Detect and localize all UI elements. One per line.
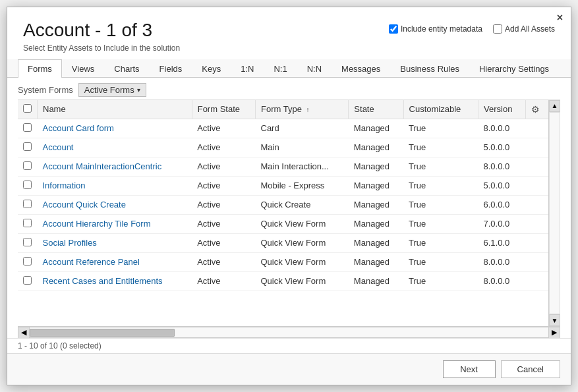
row-customizable-cell: True [403, 138, 478, 157]
row-form-type-cell: Quick Create [256, 195, 349, 214]
close-button[interactable]: × [557, 13, 563, 23]
add-all-assets-checkbox[interactable] [493, 24, 502, 34]
tab-forms[interactable]: Forms [18, 59, 62, 78]
tab-messages[interactable]: Messages [332, 59, 390, 78]
form-name-link[interactable]: Account Quick Create [43, 200, 126, 210]
row-checkbox-cell[interactable] [18, 214, 38, 233]
version-column-header[interactable]: Version [478, 100, 526, 119]
form-name-link[interactable]: Account Card form [43, 123, 114, 133]
tab-business-rules[interactable]: Business Rules [390, 59, 469, 78]
row-checkbox-cell[interactable] [18, 119, 38, 138]
tab-fields[interactable]: Fields [150, 59, 192, 78]
table-body: Account Card formActiveCardManagedTrue8.… [18, 119, 548, 291]
tab-hierarchy-settings[interactable]: Hierarchy Settings [469, 59, 559, 78]
form-name-link[interactable]: Account [43, 142, 74, 152]
row-checkbox[interactable] [23, 123, 32, 132]
row-form-state-cell: Active [192, 157, 255, 176]
row-name-cell: Information [38, 176, 192, 195]
row-checkbox[interactable] [23, 257, 32, 266]
row-gear-cell [525, 157, 548, 176]
form-name-link[interactable]: Account MainInteractionCentric [43, 161, 162, 171]
settings-column-header[interactable]: ⚙ [525, 100, 548, 119]
row-gear-cell [525, 138, 548, 157]
form-state-column-header[interactable]: Form State [192, 100, 255, 119]
add-all-assets-label[interactable]: Add All Assets [493, 24, 555, 34]
row-checkbox-cell[interactable] [18, 271, 38, 291]
tab-charts[interactable]: Charts [104, 59, 149, 78]
dialog-title: Account - 1 of 3 [23, 19, 389, 42]
row-checkbox-cell[interactable] [18, 138, 38, 157]
scroll-down-button[interactable]: ▼ [549, 314, 560, 326]
select-all-checkbox[interactable] [23, 104, 32, 113]
scroll-left-button[interactable]: ◀ [18, 327, 30, 339]
row-checkbox[interactable] [23, 161, 32, 170]
tab-keys[interactable]: Keys [192, 59, 231, 78]
horiz-scroll-thumb[interactable] [30, 329, 175, 337]
row-form-type-cell: Main [256, 138, 349, 157]
row-checkbox[interactable] [23, 238, 32, 246]
gear-icon[interactable]: ⚙ [531, 104, 540, 115]
row-checkbox-cell[interactable] [18, 233, 38, 252]
customizable-column-header[interactable]: Customizable [403, 100, 478, 119]
form-name-link[interactable]: Social Profiles [43, 238, 97, 248]
scroll-track[interactable] [549, 112, 560, 314]
row-checkbox-cell[interactable] [18, 157, 38, 176]
subheader-prefix: System Forms [18, 85, 73, 95]
table-scroll[interactable]: Name Form State Form Type ↑ State Custom… [18, 100, 548, 326]
row-customizable-cell: True [403, 176, 478, 195]
row-customizable-cell: True [403, 252, 478, 271]
row-checkbox-cell[interactable] [18, 195, 38, 214]
tabs-bar: Forms Views Charts Fields Keys 1:N N:1 N… [7, 59, 571, 78]
scroll-right-button[interactable]: ▶ [548, 327, 560, 339]
row-form-state-cell: Active [192, 138, 255, 157]
tab-n1[interactable]: N:1 [264, 59, 297, 78]
tab-1n[interactable]: 1:N [231, 59, 264, 78]
table-row: Account MainInteractionCentricActiveMain… [18, 157, 548, 176]
status-text: 1 - 10 of 10 (0 selected) [18, 341, 101, 350]
row-customizable-cell: True [403, 233, 478, 252]
row-gear-cell [525, 214, 548, 233]
form-name-link[interactable]: Account Hierarchy Tile Form [43, 219, 151, 229]
cancel-button[interactable]: Cancel [501, 360, 560, 378]
row-state-cell: Managed [349, 252, 403, 271]
row-customizable-cell: True [403, 195, 478, 214]
include-metadata-checkbox[interactable] [389, 24, 398, 34]
vertical-scrollbar[interactable]: ▲ ▼ [548, 100, 560, 326]
form-name-link[interactable]: Information [43, 181, 86, 190]
form-name-link[interactable]: Recent Cases and Entitlements [43, 276, 163, 286]
form-name-link[interactable]: Account Reference Panel [43, 257, 140, 267]
row-gear-cell [525, 233, 548, 252]
state-column-header[interactable]: State [349, 100, 403, 119]
row-checkbox[interactable] [23, 219, 32, 227]
chevron-down-icon: ▾ [137, 86, 140, 94]
row-name-cell: Account Hierarchy Tile Form [38, 214, 192, 233]
row-customizable-cell: True [403, 119, 478, 138]
tab-nn[interactable]: N:N [297, 59, 332, 78]
row-checkbox-cell[interactable] [18, 252, 38, 271]
row-form-state-cell: Active [192, 119, 255, 138]
main-dialog: × Account - 1 of 3 Select Entity Assets … [7, 7, 571, 385]
row-checkbox[interactable] [23, 276, 32, 285]
dialog-subtitle: Select Entity Assets to Include in the s… [23, 43, 389, 53]
form-type-column-header[interactable]: Form Type ↑ [256, 100, 349, 119]
row-checkbox-cell[interactable] [18, 176, 38, 195]
row-checkbox[interactable] [23, 200, 32, 208]
forms-table: Name Form State Form Type ↑ State Custom… [18, 100, 548, 291]
dialog-options: Include entity metadata Add All Assets [389, 24, 555, 34]
row-state-cell: Managed [349, 271, 403, 291]
check-all-header[interactable] [18, 100, 38, 119]
scroll-up-button[interactable]: ▲ [549, 100, 560, 112]
horiz-scroll-track[interactable] [30, 327, 548, 338]
subheader: System Forms Active Forms ▾ [7, 78, 571, 99]
include-metadata-label[interactable]: Include entity metadata [389, 24, 482, 34]
row-checkbox[interactable] [23, 181, 32, 189]
horizontal-scrollbar: ◀ ▶ [18, 326, 560, 338]
active-forms-label: Active Forms [84, 85, 134, 95]
tab-views[interactable]: Views [62, 59, 104, 78]
active-forms-dropdown[interactable]: Active Forms ▾ [78, 83, 146, 97]
next-button[interactable]: Next [443, 360, 496, 378]
row-form-state-cell: Active [192, 233, 255, 252]
row-form-type-cell: Card [256, 119, 349, 138]
row-checkbox[interactable] [23, 142, 32, 151]
name-column-header[interactable]: Name [38, 100, 192, 119]
